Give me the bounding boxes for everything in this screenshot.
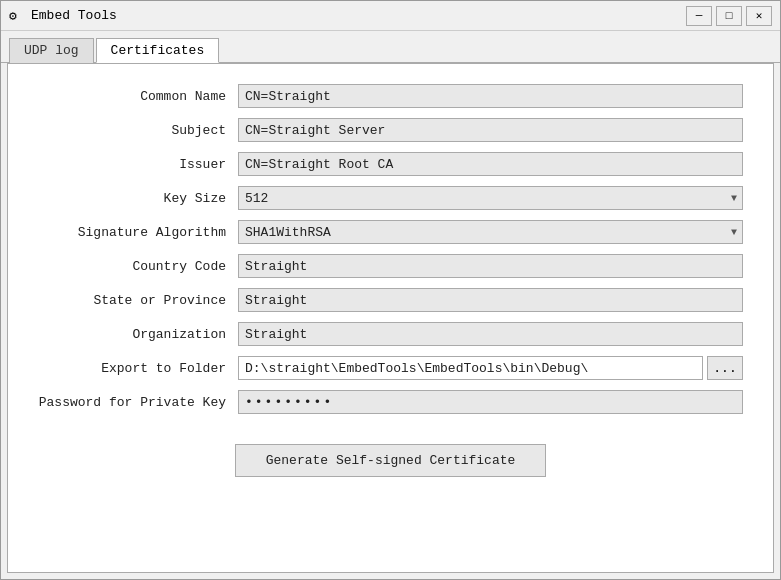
export-folder-label: Export to Folder [38, 361, 238, 376]
close-button[interactable]: ✕ [746, 6, 772, 26]
password-row: Password for Private Key [38, 390, 743, 414]
minimize-button[interactable]: ─ [686, 6, 712, 26]
key-size-row: Key Size 512 1024 2048 4096 ▼ [38, 186, 743, 210]
subject-input[interactable] [238, 118, 743, 142]
window-title: Embed Tools [31, 8, 117, 23]
password-input[interactable] [238, 390, 743, 414]
state-input[interactable] [238, 288, 743, 312]
state-label: State or Province [38, 293, 238, 308]
title-bar: ⚙ Embed Tools ─ □ ✕ [1, 1, 780, 31]
organization-label: Organization [38, 327, 238, 342]
tab-udp-log[interactable]: UDP log [9, 38, 94, 63]
common-name-label: Common Name [38, 89, 238, 104]
common-name-input[interactable] [238, 84, 743, 108]
main-window: ⚙ Embed Tools ─ □ ✕ UDP log Certificates… [0, 0, 781, 580]
subject-row: Subject [38, 118, 743, 142]
country-code-input[interactable] [238, 254, 743, 278]
signature-algorithm-select-wrapper: SHA1WithRSA SHA256WithRSA ▼ [238, 220, 743, 244]
content-area: Common Name Subject Issuer Key Size 512 … [7, 63, 774, 573]
button-row: Generate Self-signed Certificate [38, 444, 743, 477]
subject-label: Subject [38, 123, 238, 138]
organization-input[interactable] [238, 322, 743, 346]
common-name-row: Common Name [38, 84, 743, 108]
issuer-label: Issuer [38, 157, 238, 172]
export-folder-controls: ... [238, 356, 743, 380]
signature-algorithm-select[interactable]: SHA1WithRSA SHA256WithRSA [238, 220, 743, 244]
maximize-button[interactable]: □ [716, 6, 742, 26]
export-folder-input[interactable] [238, 356, 703, 380]
export-folder-row: Export to Folder ... [38, 356, 743, 380]
key-size-select-wrapper: 512 1024 2048 4096 ▼ [238, 186, 743, 210]
app-icon: ⚙ [9, 8, 25, 24]
generate-button[interactable]: Generate Self-signed Certificate [235, 444, 547, 477]
country-code-row: Country Code [38, 254, 743, 278]
window-controls: ─ □ ✕ [686, 6, 772, 26]
key-size-select[interactable]: 512 1024 2048 4096 [238, 186, 743, 210]
title-bar-left: ⚙ Embed Tools [9, 8, 117, 24]
tab-certificates[interactable]: Certificates [96, 38, 220, 63]
password-label: Password for Private Key [38, 395, 238, 410]
state-row: State or Province [38, 288, 743, 312]
organization-row: Organization [38, 322, 743, 346]
issuer-row: Issuer [38, 152, 743, 176]
country-code-label: Country Code [38, 259, 238, 274]
tab-bar: UDP log Certificates [1, 31, 780, 63]
signature-algorithm-row: Signature Algorithm SHA1WithRSA SHA256Wi… [38, 220, 743, 244]
key-size-label: Key Size [38, 191, 238, 206]
signature-algorithm-label: Signature Algorithm [38, 225, 238, 240]
browse-button[interactable]: ... [707, 356, 743, 380]
issuer-input[interactable] [238, 152, 743, 176]
